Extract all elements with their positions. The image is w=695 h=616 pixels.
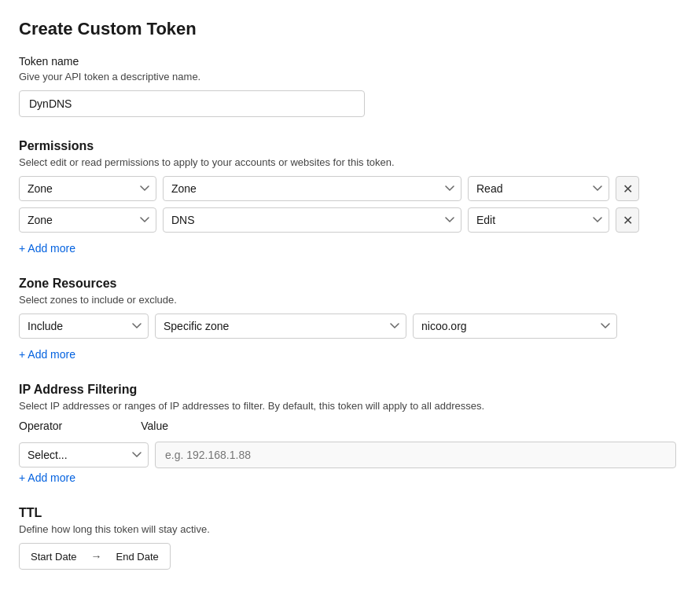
ip-value-input[interactable] — [155, 442, 676, 468]
ip-operator-select[interactable]: Select... Is in Is not in — [19, 442, 149, 468]
permission-row1-resource-select[interactable]: Zone DNS Cache Purge Firewall — [163, 176, 461, 201]
zone-resources-add-more-link[interactable]: + Add more — [19, 348, 75, 361]
zone-resources-section: Zone Resources Select zones to include o… — [19, 277, 676, 361]
permission-row1-remove-button[interactable]: ✕ — [616, 176, 639, 201]
token-name-input[interactable] — [19, 90, 365, 117]
zone-resources-label: Zone Resources — [19, 277, 676, 291]
ip-filtering-section: IP Address Filtering Select IP addresses… — [19, 383, 676, 484]
token-name-label: Token name — [19, 55, 676, 68]
permission-row-2: Zone Account Zone DNS Cache Purge Firewa… — [19, 207, 676, 233]
ttl-end-date[interactable]: End Date — [105, 544, 170, 569]
ip-filtering-label: IP Address Filtering — [19, 383, 676, 397]
zone-resources-description: Select zones to include or exclude. — [19, 294, 676, 306]
zone-resource-row-1: Include Exclude Specific zone All zones … — [19, 314, 676, 339]
ttl-label: TTL — [19, 506, 676, 520]
permissions-section: Permissions Select edit or read permissi… — [19, 139, 676, 255]
ttl-start-date[interactable]: Start Date — [20, 544, 88, 569]
zone-resource-zone-select[interactable]: nicoo.org — [413, 314, 617, 339]
permissions-label: Permissions — [19, 139, 676, 153]
ip-filtering-row: Select... Is in Is not in — [19, 442, 676, 468]
zone-resource-specific-select[interactable]: Specific zone All zones — [155, 314, 406, 339]
zone-resource-include-select[interactable]: Include Exclude — [19, 314, 149, 339]
ttl-description: Define how long this token will stay act… — [19, 523, 676, 535]
permission-row2-access-select[interactable]: Read Edit — [468, 207, 609, 233]
value-label: Value — [141, 420, 168, 432]
ttl-date-range[interactable]: Start Date → End Date — [19, 543, 171, 570]
ip-filtering-add-more-link[interactable]: + Add more — [19, 471, 75, 484]
permission-row1-access-select[interactable]: Read Edit — [468, 176, 609, 201]
permission-row-1: Zone Account Zone DNS Cache Purge Firewa… — [19, 176, 676, 201]
permissions-description: Select edit or read permissions to apply… — [19, 156, 676, 168]
permission-row2-remove-button[interactable]: ✕ — [616, 207, 639, 233]
permission-row2-resource-select[interactable]: Zone DNS Cache Purge Firewall — [163, 207, 461, 233]
ip-filtering-description: Select IP addresses or ranges of IP addr… — [19, 400, 676, 412]
permission-row1-type-select[interactable]: Zone Account — [19, 176, 156, 201]
close-icon: ✕ — [623, 182, 633, 196]
page-title: Create Custom Token — [19, 19, 676, 39]
ttl-section: TTL Define how long this token will stay… — [19, 506, 676, 570]
permission-row2-type-select[interactable]: Zone Account — [19, 207, 156, 233]
token-name-description: Give your API token a descriptive name. — [19, 71, 676, 82]
permissions-add-more-link[interactable]: + Add more — [19, 242, 75, 255]
close-icon: ✕ — [623, 213, 633, 228]
ttl-arrow: → — [88, 544, 105, 569]
token-name-section: Token name Give your API token a descrip… — [19, 55, 676, 117]
operator-label: Operator — [19, 420, 62, 432]
